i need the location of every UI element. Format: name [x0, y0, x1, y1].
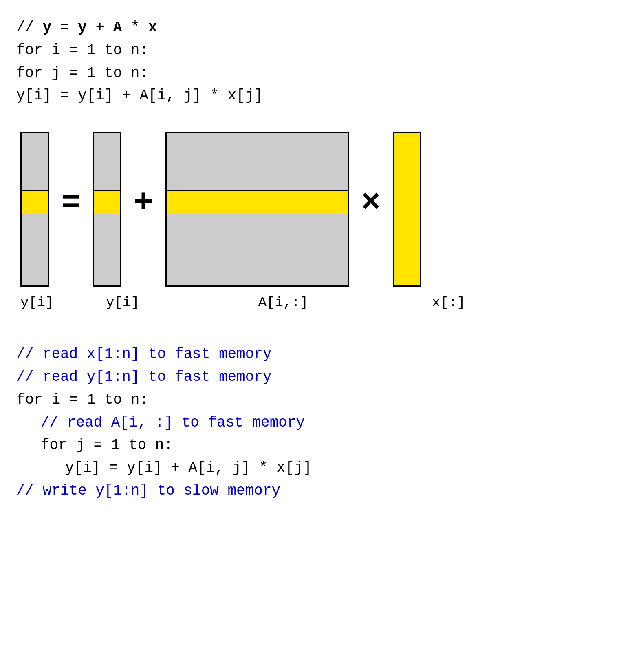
code-line-4: y[i] = y[i] + A[i, j] * x[j] — [16, 84, 625, 107]
code-line-2: for i = 1 to n: — [16, 39, 625, 62]
var-x-bold: x — [148, 19, 157, 36]
y-column-mid — [93, 132, 121, 287]
code-line-1: // y = y + A * x — [16, 16, 625, 39]
diagram-section: = + × — [16, 132, 625, 287]
label-x: x[:] — [432, 295, 460, 310]
code-line-3: for j = 1 to n: — [16, 62, 625, 85]
var-y2-bold: y — [78, 19, 87, 36]
diagram-labels: y[i] y[i] A[i,:] x[:] — [16, 295, 625, 310]
label-y-left: y[i] — [20, 295, 49, 310]
label-a: A[i,:] — [192, 295, 375, 310]
label-y-mid: y[i] — [106, 295, 134, 310]
a-highlight-row — [167, 190, 348, 214]
equals-operator: = — [61, 187, 81, 219]
times-operator: × — [361, 187, 381, 219]
y-highlight-mid — [94, 190, 120, 214]
y-highlight-left — [22, 190, 48, 214]
diagram-item-y-left — [20, 132, 49, 287]
var-a-bold: A — [113, 19, 122, 36]
diagram-item-y-mid — [93, 132, 121, 287]
diagram-item-x — [393, 132, 421, 287]
bottom-line-3: for i = 1 to n: — [16, 389, 625, 411]
top-code-block: // y = y + A * x for i = 1 to n: for j =… — [16, 16, 625, 107]
var-y-bold: y — [43, 19, 52, 36]
diagram-item-a — [165, 132, 349, 287]
bottom-line-7: // write y[1:n] to slow memory — [16, 480, 625, 502]
bottom-line-5: for j = 1 to n: — [16, 434, 625, 457]
comment-prefix: // — [16, 19, 43, 36]
y-column-left — [20, 132, 49, 287]
times-sign: * — [122, 19, 148, 36]
bottom-line-4: // read A[i, :] to fast memory — [16, 411, 625, 434]
x-column — [393, 132, 421, 287]
bottom-line-2: // read y[1:n] to fast memory — [16, 366, 625, 389]
a-matrix — [165, 132, 349, 287]
bottom-code-block: // read x[1:n] to fast memory // read y[… — [16, 343, 625, 502]
plus-sign: + — [87, 19, 113, 36]
diagram-wrapper: = + × y[i] y[i] — [16, 132, 625, 310]
equals-sign: = — [51, 19, 78, 36]
plus-operator: + — [134, 187, 153, 219]
bottom-line-1: // read x[1:n] to fast memory — [16, 343, 625, 366]
bottom-line-6: y[i] = y[i] + A[i, j] * x[j] — [16, 457, 625, 480]
